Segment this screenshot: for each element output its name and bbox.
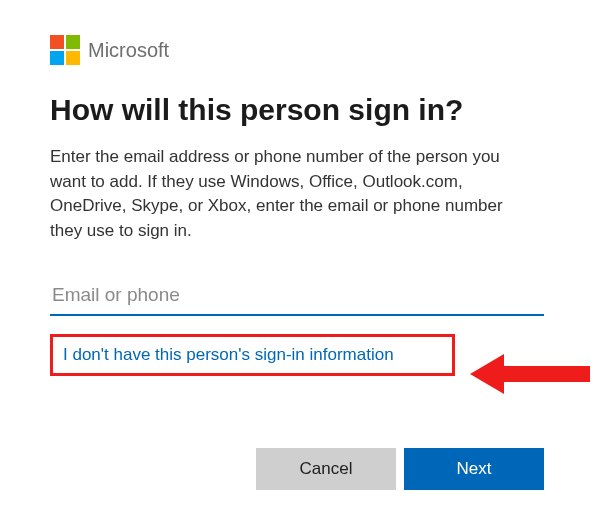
arrow-annotation-icon: [470, 352, 590, 396]
highlight-annotation: I don't have this person's sign-in infor…: [50, 334, 455, 376]
page-title: How will this person sign in?: [50, 93, 544, 127]
button-row: Cancel Next: [256, 448, 544, 490]
next-button[interactable]: Next: [404, 448, 544, 490]
instruction-text: Enter the email address or phone number …: [50, 145, 510, 244]
cancel-button[interactable]: Cancel: [256, 448, 396, 490]
brand-row: Microsoft: [50, 35, 544, 65]
email-or-phone-input[interactable]: [50, 280, 544, 316]
no-signin-info-link[interactable]: I don't have this person's sign-in infor…: [63, 345, 394, 364]
brand-name: Microsoft: [88, 39, 169, 62]
add-user-dialog: Microsoft How will this person sign in? …: [0, 0, 594, 396]
svg-marker-0: [470, 354, 590, 394]
microsoft-logo-icon: [50, 35, 80, 65]
